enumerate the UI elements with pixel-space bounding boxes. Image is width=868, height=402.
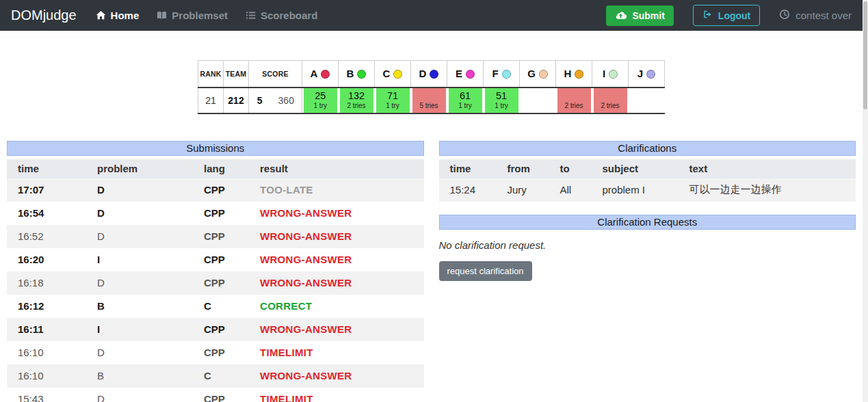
clarification-subject: problem I: [597, 178, 684, 202]
submission-problem: D: [92, 341, 198, 364]
no-clarification-message: No clarification request.: [439, 239, 856, 251]
submissions-table: time problem lang result 17:07 D CPP TOO…: [7, 159, 424, 402]
col-from: from: [502, 159, 555, 178]
submission-problem: D: [92, 271, 198, 295]
navbar: DOMjudge Home Problemset Scoreboard: [0, 0, 863, 31]
score-value: [521, 90, 555, 102]
balloon-icon: [502, 70, 511, 79]
submission-row[interactable]: 16:54 D CPP WRONG-ANSWER: [7, 202, 424, 225]
problem-header-j: J: [629, 61, 665, 88]
team-header: TEAM: [224, 61, 249, 88]
submission-problem: D: [92, 225, 198, 248]
clarification-row[interactable]: 15:24 Jury All problem I 可以一边走一边操作: [439, 178, 856, 202]
score-header: SCORE: [249, 61, 302, 88]
submission-problem: I: [92, 318, 198, 341]
rank-header: RANK: [198, 61, 224, 88]
score-cell-d: 5 tries: [411, 88, 447, 113]
score-cell-h: 2 tries: [556, 88, 592, 113]
score-cell-b: 1322 tries: [339, 88, 375, 113]
col-lang: lang: [198, 159, 254, 178]
submission-row[interactable]: 16:10 B C WRONG-ANSWER: [7, 364, 424, 388]
submission-row[interactable]: 16:20 I CPP WRONG-ANSWER: [7, 248, 424, 271]
submission-row[interactable]: 15:43 D CPP TIMELIMIT: [7, 388, 424, 402]
request-clarification-button[interactable]: request clarification: [439, 261, 532, 281]
nav-item-label: Scoreboard: [261, 10, 317, 21]
scoreboard-header-row: RANK TEAM SCORE A B C D E F G H I J: [198, 61, 665, 88]
submission-lang: C: [198, 364, 254, 388]
submission-result: TOO-LATE: [254, 178, 424, 202]
submission-time: 16:11: [7, 318, 92, 341]
clarifications-section: Clarifications time from to subject text…: [439, 141, 856, 402]
score-value: [630, 90, 663, 102]
score-tries: 1 try: [376, 102, 410, 110]
cloud-upload-icon: [615, 10, 627, 21]
submission-row[interactable]: 16:52 D CPP WRONG-ANSWER: [7, 225, 424, 248]
submission-row[interactable]: 17:07 D CPP TOO-LATE: [7, 178, 424, 202]
score-cell-c: 711 try: [375, 88, 411, 113]
problem-label: I: [603, 68, 605, 79]
score-value: 25: [304, 90, 337, 102]
submissions-title: Submissions: [7, 141, 424, 156]
problem-label: C: [383, 68, 391, 79]
submission-time: 16:10: [7, 364, 92, 388]
submission-row[interactable]: 16:18 D CPP WRONG-ANSWER: [7, 271, 424, 295]
score-value: [557, 90, 591, 102]
clarification-text: 可以一边走一边操作: [684, 178, 856, 202]
problem-header-g: G: [520, 61, 556, 88]
problem-label: E: [456, 68, 462, 79]
clarification-to: All: [555, 178, 597, 202]
problem-header-i: I: [592, 61, 629, 88]
problem-label: D: [419, 68, 427, 79]
nav-item-home[interactable]: Home: [96, 10, 140, 21]
submission-time: 16:20: [7, 248, 92, 271]
score-cell-f: 511 try: [484, 88, 520, 113]
score-tries: 1 try: [449, 102, 482, 110]
submissions-section: Submissions time problem lang result 17:…: [7, 141, 424, 402]
submission-lang: CPP: [198, 248, 254, 271]
submission-result: WRONG-ANSWER: [254, 225, 424, 248]
submission-time: 16:54: [7, 202, 92, 225]
scoreboard-table: RANK TEAM SCORE A B C D E F G H I J 21 2…: [198, 60, 665, 114]
score-tries: 1 try: [485, 102, 518, 110]
score-cell-e: 611 try: [447, 88, 484, 113]
submission-lang: CPP: [198, 202, 254, 225]
submission-row[interactable]: 16:10 D CPP TIMELIMIT: [7, 341, 424, 364]
submission-problem: D: [92, 388, 198, 402]
submit-button[interactable]: Submit: [606, 5, 673, 26]
main-content: Submissions time problem lang result 17:…: [7, 141, 856, 402]
submission-row[interactable]: 16:12 B C CORRECT: [7, 295, 424, 318]
team-solved-count: 5: [249, 88, 271, 113]
clarification-from: Jury: [502, 178, 555, 202]
score-value: [412, 90, 446, 102]
nav-item-scoreboard[interactable]: Scoreboard: [246, 10, 317, 21]
brand[interactable]: DOMjudge: [11, 8, 77, 23]
submission-lang: CPP: [198, 178, 254, 202]
balloon-icon: [357, 70, 366, 79]
scrollbar-thumb[interactable]: [863, 1, 867, 109]
problem-header-b: B: [339, 61, 375, 88]
submission-time: 16:52: [7, 225, 92, 248]
submission-result: WRONG-ANSWER: [254, 202, 424, 225]
score-tries: 2 tries: [594, 102, 627, 110]
clarifications-table: time from to subject text 15:24 Jury All…: [439, 159, 856, 202]
submission-result: WRONG-ANSWER: [254, 364, 424, 388]
submission-row[interactable]: 16:11 I CPP WRONG-ANSWER: [7, 318, 424, 341]
score-tries: 5 tries: [412, 102, 446, 110]
logout-button[interactable]: Logout: [693, 5, 760, 26]
submission-result: TIMELIMIT: [254, 341, 424, 364]
col-time: time: [439, 159, 502, 178]
contest-state-label: contest over: [795, 10, 852, 21]
score-tries: [521, 102, 555, 110]
submission-lang: CPP: [198, 341, 254, 364]
home-icon: [96, 10, 106, 21]
submission-lang: CPP: [198, 388, 254, 402]
problem-label: J: [637, 68, 643, 79]
nav-item-label: Problemset: [172, 10, 228, 21]
submissions-header-row: time problem lang result: [7, 159, 424, 178]
clarifications-title: Clarifications: [439, 141, 856, 156]
score-tries: [630, 102, 663, 110]
problem-label: B: [347, 68, 354, 79]
submission-result: CORRECT: [254, 295, 424, 318]
vertical-scrollbar[interactable]: [863, 0, 868, 402]
nav-item-problemset[interactable]: Problemset: [157, 10, 228, 21]
